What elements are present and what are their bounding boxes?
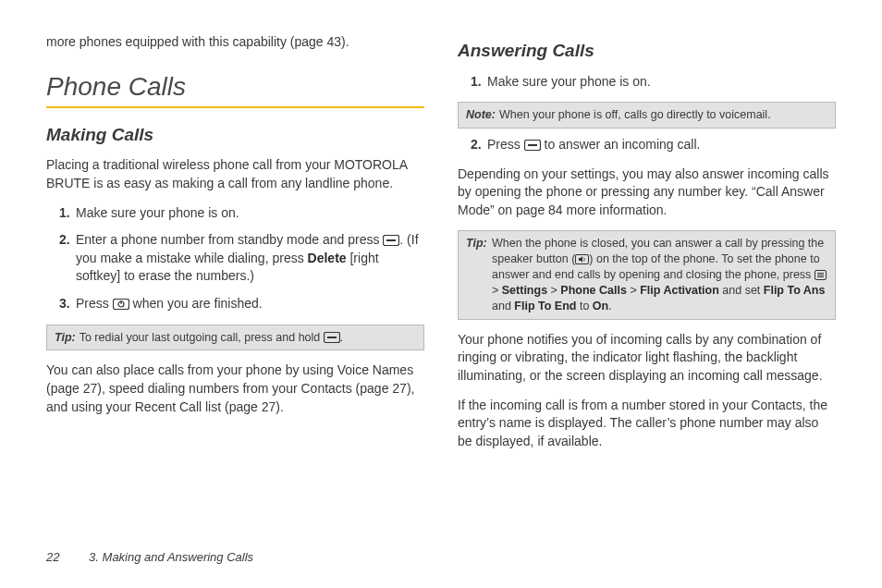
other-call-methods: You can also place calls from your phone… xyxy=(46,361,424,416)
step-text: Make sure your phone is on. xyxy=(76,204,424,223)
step-3: 3. Press when you are finished. xyxy=(46,295,424,313)
delete-softkey: Delete xyxy=(308,251,347,265)
tip-body: To redial your last outgoing call, press… xyxy=(80,331,344,344)
step-text: Press when you are finished. xyxy=(76,295,424,313)
tip-label: Tip: xyxy=(466,236,487,251)
send-key-icon xyxy=(524,140,541,151)
making-calls-intro: Placing a traditional wireless phone cal… xyxy=(46,156,424,192)
note-box-voicemail: Note:When your phone is off, calls go di… xyxy=(458,102,836,129)
intro-fragment: more phones equipped with this capabilit… xyxy=(46,33,424,52)
tip-label: Tip: xyxy=(55,331,76,344)
nav-flip-activation: Flip Activation xyxy=(640,284,719,297)
heading-phone-calls: Phone Calls xyxy=(46,68,424,108)
step-number: 3. xyxy=(59,295,76,313)
step-number: 1. xyxy=(471,73,487,92)
svg-rect-6 xyxy=(327,337,337,338)
note-label: Note: xyxy=(466,108,496,121)
caller-id-para: If the incoming call is from a number st… xyxy=(458,397,836,451)
nav-separator: > xyxy=(551,284,561,297)
step-2: 2. Enter a phone number from standby mod… xyxy=(46,231,424,286)
chapter-title: 3. Making and Answering Calls xyxy=(89,550,253,564)
step-text: Press to answer an incoming call. xyxy=(487,136,836,154)
left-column: more phones equipped with this capabilit… xyxy=(46,33,424,461)
step-number: 2. xyxy=(471,136,487,154)
step-2: 2. Press to answer an incoming call. xyxy=(458,136,836,154)
nav-separator: > xyxy=(630,284,640,297)
nav-on: On xyxy=(593,300,608,312)
step-1: 1. Make sure your phone is on. xyxy=(458,73,836,92)
nav-flip-to-ans: Flip To Ans xyxy=(764,284,826,297)
right-column: Answering Calls 1. Make sure your phone … xyxy=(458,33,836,461)
nav-settings: Settings xyxy=(502,284,547,297)
end-key-icon xyxy=(113,299,129,310)
speaker-button-icon xyxy=(575,254,589,264)
nav-phone-calls: Phone Calls xyxy=(560,284,627,297)
answering-step-2-list: 2. Press to answer an incoming call. xyxy=(458,136,836,154)
answer-settings-para: Depending on your settings, you may also… xyxy=(458,165,836,220)
answering-step-1-list: 1. Make sure your phone is on. xyxy=(458,73,836,92)
svg-rect-8 xyxy=(528,144,537,146)
notify-para: Your phone notifies you of incoming call… xyxy=(458,331,836,386)
menu-key-icon xyxy=(815,270,827,280)
page-number: 22 xyxy=(46,550,59,564)
step-text: Make sure your phone is on. xyxy=(487,73,836,92)
page-footer: 22 3. Making and Answering Calls xyxy=(46,550,253,564)
heading-making-calls: Making Calls xyxy=(46,123,424,148)
page-content: more phones equipped with this capabilit… xyxy=(0,0,882,480)
step-number: 2. xyxy=(59,231,76,286)
note-body: When your phone is off, calls go directl… xyxy=(499,108,771,121)
step-1: 1. Make sure your phone is on. xyxy=(46,204,424,223)
heading-answering-calls: Answering Calls xyxy=(458,39,836,64)
nav-separator: > xyxy=(492,284,502,297)
send-key-icon xyxy=(324,332,340,343)
svg-rect-1 xyxy=(386,239,396,241)
step-text: Enter a phone number from standby mode a… xyxy=(76,231,424,286)
making-calls-steps: 1. Make sure your phone is on. 2. Enter … xyxy=(46,204,424,313)
tip-box-redial: Tip:To redial your last outgoing call, p… xyxy=(46,325,424,351)
nav-flip-to-end: Flip To End xyxy=(514,300,576,312)
tip-body: When the phone is closed, you can answer… xyxy=(466,236,827,313)
step-number: 1. xyxy=(59,204,76,223)
send-key-icon xyxy=(383,235,399,246)
tip-box-flip: Tip: When the phone is closed, you can a… xyxy=(458,230,836,319)
